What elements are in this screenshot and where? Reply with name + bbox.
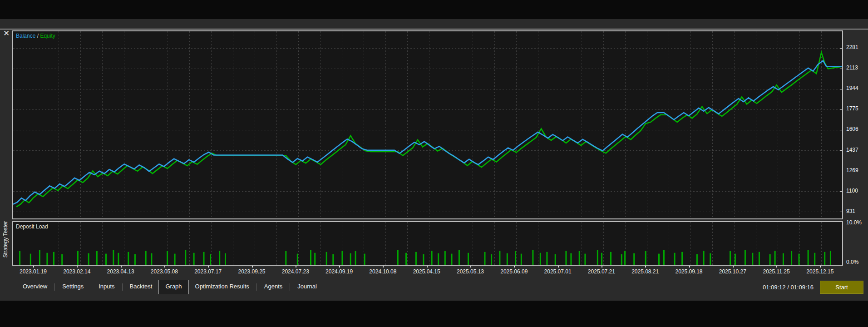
deposit-load-bar — [151, 253, 152, 265]
legend-balance-label: Balance — [16, 33, 35, 39]
deposit-load-bar — [814, 253, 815, 265]
deposit-load-bar — [610, 252, 612, 265]
y-axis-label: 1100 — [846, 188, 858, 194]
deposit-load-bar — [808, 250, 809, 265]
x-axis-tick — [121, 266, 122, 268]
deposit-load-bar — [752, 253, 753, 265]
deposit-load-bar — [118, 253, 119, 265]
y-axis-label: 1606 — [846, 126, 858, 132]
deposit-load-bar — [499, 251, 500, 265]
x-axis-tick — [558, 266, 559, 268]
y-axis-label: 1944 — [846, 85, 858, 91]
deposit-load-bar — [128, 252, 129, 265]
chart-legend: Balance / Equity — [16, 33, 55, 39]
tab-optimization-results[interactable]: Optimization Results — [189, 280, 256, 294]
deposit-load-bar — [444, 251, 446, 265]
deposit-load-bar — [555, 254, 556, 265]
deposit-load-bar — [769, 254, 771, 265]
deposit-load-bar — [350, 253, 351, 265]
balance-equity-chart[interactable]: Balance / Equity — [12, 30, 843, 219]
x-axis-tick — [820, 266, 821, 268]
deposit-load-bar — [39, 250, 40, 265]
deposit-load-bar — [219, 251, 220, 265]
tab-backtest[interactable]: Backtest — [123, 280, 159, 294]
x-axis: 2023.01.192023.02.142023.04.132023.05.08… — [12, 267, 843, 277]
deposit-load-bar — [397, 250, 399, 265]
y-axis-label: 1437 — [846, 147, 858, 153]
y-axis-label: 2281 — [846, 44, 858, 50]
x-axis-tick — [645, 266, 646, 268]
y-axis-label: 1269 — [846, 167, 858, 173]
deposit-load-bar — [633, 253, 635, 265]
deposit-load-bar — [799, 254, 800, 265]
strategy-tester-window: ✕ Strategy Tester Balance / Equity Depos… — [0, 0, 868, 327]
tab-overview[interactable]: Overview — [16, 280, 54, 294]
deposit-load-bar — [468, 253, 469, 265]
x-axis-label: 2025.11.25 — [763, 268, 790, 275]
deposit-load-bar — [570, 253, 572, 265]
deposit-load-bar — [30, 254, 31, 265]
deposit-load-bar — [19, 251, 20, 265]
x-axis-tick — [77, 266, 78, 268]
deposit-load-bar — [759, 252, 760, 265]
deposit-load-bar — [584, 254, 586, 265]
tab-agents[interactable]: Agents — [258, 280, 289, 294]
deposit-load-bar — [310, 250, 311, 265]
y-axis-label: 2113 — [846, 64, 858, 71]
deposit-axis-label: 10.0% — [846, 219, 862, 226]
x-axis-label: 2023.07.17 — [194, 268, 222, 275]
deposit-load-bar — [507, 253, 508, 265]
deposit-load-bar — [225, 253, 226, 265]
deposit-load-bar — [438, 253, 439, 265]
deposit-load-bar — [405, 253, 407, 265]
deposit-load-bar — [696, 254, 698, 265]
deposit-load-bar — [415, 252, 417, 265]
y-axis-label: 931 — [846, 208, 855, 214]
balance-equity-plot — [13, 31, 842, 218]
deposit-load-bar — [774, 251, 776, 265]
tester-tab-bar: Overview Settings Inputs Backtest Graph … — [0, 278, 868, 301]
x-axis-tick — [602, 266, 602, 268]
deposit-load-bar — [521, 254, 522, 265]
close-icon[interactable]: ✕ — [2, 29, 11, 38]
x-axis-label: 2025.08.21 — [631, 268, 659, 275]
tab-separator — [122, 283, 123, 291]
tab-separator — [290, 283, 290, 291]
tab-journal[interactable]: Journal — [291, 280, 323, 294]
deposit-load-bar — [314, 253, 316, 265]
deposit-load-bar — [210, 254, 211, 265]
x-axis-label: 2023.02.14 — [63, 268, 90, 275]
x-axis-label: 2023.09.25 — [238, 268, 265, 275]
deposit-load-bar — [515, 251, 516, 265]
deposit-load-bar — [565, 251, 567, 265]
deposit-load-bar — [451, 254, 453, 265]
deposit-load-bar — [745, 250, 746, 265]
tab-graph[interactable]: Graph — [158, 280, 188, 294]
legend-equity-label: Equity — [40, 33, 55, 39]
start-button[interactable]: Start — [820, 281, 863, 294]
tab-settings[interactable]: Settings — [56, 280, 90, 294]
x-axis-label: 2025.10.27 — [719, 268, 746, 275]
deposit-load-bar — [674, 253, 676, 265]
x-axis-label: 2024.09.19 — [326, 268, 353, 275]
deposit-load-bar — [355, 251, 356, 265]
deposit-load-bar — [491, 254, 492, 265]
tab-separator — [91, 283, 91, 291]
deposit-load-chart[interactable]: Deposit Load — [12, 221, 843, 266]
deposit-load-bar — [185, 250, 186, 265]
deposit-load-title: Deposit Load — [16, 223, 48, 230]
y-axis: 2281211319441775160614371269110093110.0%… — [844, 0, 868, 282]
deposit-load-bar — [332, 254, 334, 265]
panel-splitter[interactable] — [0, 29, 868, 30]
deposit-load-bar — [77, 251, 79, 265]
deposit-load-bar — [145, 251, 147, 265]
x-axis-tick — [164, 266, 165, 268]
x-axis-tick — [208, 266, 209, 268]
deposit-load-bar — [285, 251, 286, 265]
x-axis-label: 2025.07.21 — [588, 268, 615, 275]
strategy-tester-sidebar-label: Strategy Tester — [2, 208, 9, 271]
series-equity-line — [16, 53, 842, 207]
deposit-load-bar — [459, 250, 460, 265]
tab-inputs[interactable]: Inputs — [92, 280, 121, 294]
x-axis-tick — [252, 266, 253, 268]
